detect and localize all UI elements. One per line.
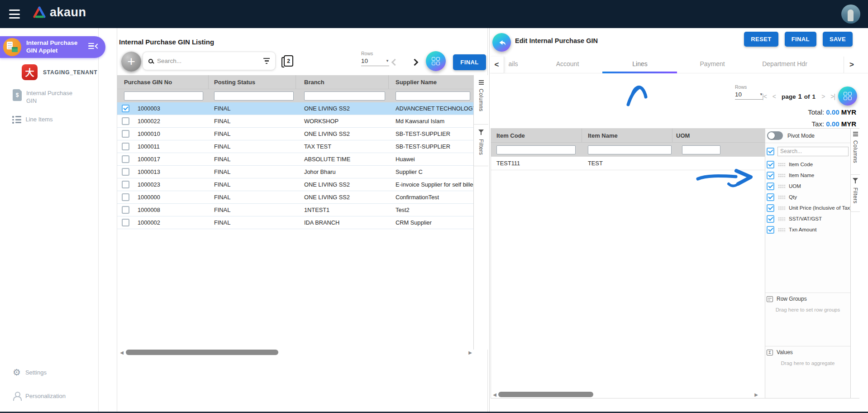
drag-handle-icon[interactable]: [777, 162, 785, 167]
prev-page-button[interactable]: [389, 56, 401, 68]
scroll-left-icon[interactable]: ◀: [492, 392, 497, 397]
field-checkbox[interactable]: [767, 226, 774, 234]
final-button[interactable]: FINAL: [453, 54, 486, 70]
row-checkbox[interactable]: [122, 105, 129, 112]
row-checkbox[interactable]: [122, 193, 129, 201]
col-header-item-name[interactable]: Item Name: [582, 129, 672, 142]
tab-details[interactable]: ails: [508, 60, 518, 67]
collapse-sidebar-icon[interactable]: [88, 43, 99, 49]
table-row[interactable]: 1000011 FINAL TAX TEST SB-TEST-SUPPLIER: [117, 140, 473, 153]
values-drop-hint[interactable]: Drag here to aggregate: [765, 360, 850, 366]
tab-filters[interactable]: Filters: [474, 125, 488, 166]
col-header-purchase-gin-no[interactable]: Purchase GIN No: [117, 75, 209, 89]
field-checkbox[interactable]: [767, 161, 774, 168]
field-checkbox[interactable]: [767, 215, 774, 223]
filter-input-item-name[interactable]: [588, 145, 672, 154]
col-header-branch[interactable]: Branch: [296, 75, 389, 89]
drag-handle-icon[interactable]: [777, 184, 785, 189]
col-header-posting-status[interactable]: Posting Status: [209, 75, 296, 89]
table-row[interactable]: TEST111 TEST: [491, 157, 765, 170]
last-page-button[interactable]: >|: [830, 93, 835, 100]
row-checkbox[interactable]: [122, 117, 129, 125]
filter-input-supplier[interactable]: [396, 91, 470, 101]
drag-handle-icon[interactable]: [777, 227, 785, 232]
field-checkbox[interactable]: [767, 182, 774, 190]
applet-banner[interactable]: Internal Purchase GIN Applet: [0, 36, 105, 58]
select-all-checkbox[interactable]: [767, 148, 774, 155]
search-input[interactable]: [157, 58, 259, 64]
tab-account[interactable]: Account: [556, 60, 579, 67]
tab-payment[interactable]: Payment: [700, 60, 725, 67]
sidebar-item-settings[interactable]: ⚙ Settings: [13, 368, 47, 376]
panel-search-input[interactable]: [777, 147, 849, 156]
next-page-button[interactable]: >: [821, 93, 825, 100]
scrollbar-thumb[interactable]: [498, 392, 593, 397]
rows-per-page-select[interactable]: 10 ▼: [735, 91, 763, 100]
table-row[interactable]: 1000022 FINAL WORKSHOP Md Kawsarul Islam: [117, 115, 473, 128]
sidebar-item-tenant[interactable]: 大 STAGING_TENANT: [22, 64, 97, 80]
filter-input-gin-no[interactable]: [124, 91, 203, 101]
table-row[interactable]: 1000000 FINAL ONE LIVING SS2 Confirmatio…: [117, 191, 473, 204]
duplicate-view-icon[interactable]: 2: [284, 55, 293, 67]
tab-lines[interactable]: Lines: [632, 60, 647, 67]
table-row[interactable]: 1000008 FINAL 1NTEST1 Test2: [117, 204, 473, 216]
tab-columns[interactable]: Columns: [474, 75, 488, 125]
filter-input-uom[interactable]: [682, 145, 720, 154]
next-page-button[interactable]: [409, 56, 420, 68]
scrollbar-thumb[interactable]: [126, 350, 278, 355]
scrollbar-track[interactable]: [497, 391, 754, 398]
add-record-button[interactable]: +: [121, 52, 141, 72]
final-button[interactable]: FINAL: [785, 32, 816, 47]
first-page-button[interactable]: |<: [762, 93, 767, 100]
table-row[interactable]: 1000017 FINAL ABSOLUTE TIME Huawei: [117, 153, 473, 166]
sidebar-item-line-items[interactable]: Line Items: [12, 115, 52, 124]
hamburger-menu-icon[interactable]: [9, 10, 20, 19]
row-checkbox[interactable]: [122, 168, 129, 176]
row-checkbox[interactable]: [122, 143, 129, 150]
row-groups-drop-hint[interactable]: Drag here to set row groups: [765, 307, 850, 312]
drag-handle-icon[interactable]: [777, 216, 785, 221]
drag-handle-icon[interactable]: [777, 195, 785, 200]
reset-button[interactable]: RESET: [744, 32, 778, 47]
scroll-left-icon[interactable]: ◀: [119, 350, 124, 355]
table-row[interactable]: 1000013 FINAL Johor Bharu Supplier C: [117, 166, 473, 178]
grid-view-button[interactable]: [838, 86, 857, 106]
rows-per-page-select[interactable]: 10 ▼: [361, 58, 389, 66]
field-checkbox[interactable]: [767, 172, 774, 179]
scrollbar-track[interactable]: [124, 349, 467, 355]
filter-input-branch[interactable]: [304, 91, 385, 101]
col-header-uom[interactable]: UOM: [672, 129, 765, 142]
drag-handle-icon[interactable]: [777, 173, 785, 178]
sidebar-item-personalization[interactable]: Personalization: [13, 392, 66, 400]
row-checkbox[interactable]: [122, 130, 129, 138]
grid-view-button[interactable]: [426, 51, 446, 71]
table-row[interactable]: 1000002 FINAL IDA BRANCH CRM Supplier: [117, 216, 473, 229]
tabs-scroll-left[interactable]: <: [490, 57, 504, 73]
tab-columns[interactable]: Columns: [851, 129, 860, 175]
table-row[interactable]: 1000023 FINAL ONE LIVING SS2 E-invoice S…: [117, 178, 473, 191]
table-row[interactable]: 1000010 FINAL ONE LIVING SS2 SB-TEST-SUP…: [117, 128, 473, 140]
scroll-right-icon[interactable]: ▶: [467, 350, 473, 355]
row-checkbox[interactable]: [122, 155, 129, 163]
tabs-scroll-right[interactable]: >: [844, 57, 859, 73]
scroll-right-icon[interactable]: ▶: [754, 392, 759, 397]
field-checkbox[interactable]: [767, 193, 774, 201]
drag-handle-icon[interactable]: [777, 206, 785, 211]
save-button[interactable]: SAVE: [823, 32, 853, 47]
filter-icon[interactable]: [263, 58, 270, 64]
back-button[interactable]: [492, 33, 511, 52]
field-checkbox[interactable]: [767, 204, 774, 212]
row-checkbox[interactable]: [122, 219, 129, 226]
table-row[interactable]: 1000003 FINAL ONE LIVING SS2 ADVANCENET …: [117, 102, 473, 115]
tab-filters[interactable]: Filters: [851, 175, 860, 212]
row-checkbox[interactable]: [122, 206, 129, 214]
tab-department-hdr[interactable]: Department Hdr: [762, 60, 807, 67]
filter-input-item-code[interactable]: [496, 145, 576, 154]
pivot-mode-toggle[interactable]: [767, 131, 783, 140]
col-header-item-code[interactable]: Item Code: [491, 129, 582, 142]
sidebar-item-internal-purchase-gin[interactable]: $ Internal Purchase GIN: [13, 89, 72, 105]
col-header-supplier-name[interactable]: Supplier Name: [389, 75, 473, 89]
user-avatar[interactable]: [841, 5, 860, 24]
filter-input-posting-status[interactable]: [214, 91, 294, 101]
row-checkbox[interactable]: [122, 181, 129, 188]
